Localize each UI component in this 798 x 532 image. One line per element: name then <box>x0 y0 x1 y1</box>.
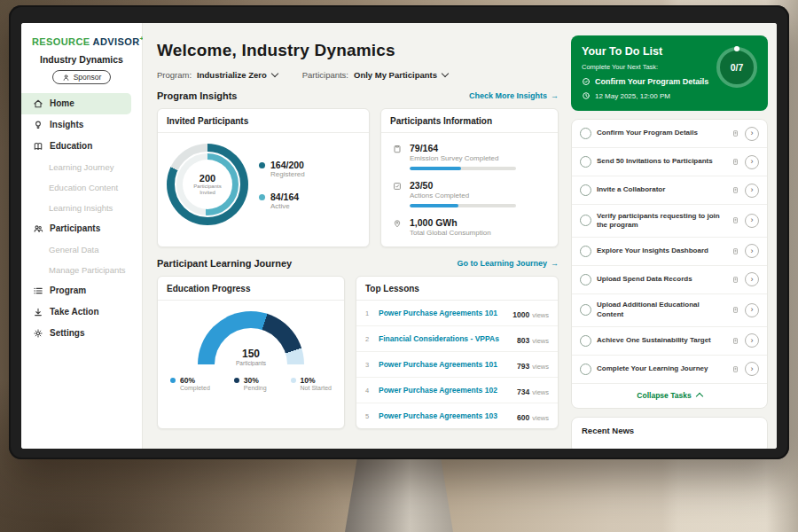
lesson-row-5[interactable]: 5 Power Purchase Agreements 103 600views <box>356 403 558 428</box>
sidebar-item-education[interactable]: Education <box>21 136 142 157</box>
sidebar-item-label: Participants <box>50 223 100 233</box>
task-label: Verify participants requesting to join t… <box>597 212 726 231</box>
lesson-views-label: views <box>532 311 549 319</box>
sidebar-item-settings[interactable]: Settings <box>21 323 142 344</box>
task-radio-icon[interactable] <box>580 246 591 257</box>
lesson-row-3[interactable]: 3 Power Purchase Agreements 101 793views <box>356 352 558 378</box>
task-radio-icon[interactable] <box>580 304 591 316</box>
sidebar-item-program[interactable]: Program <box>21 280 142 301</box>
registered-dot-icon <box>259 162 265 168</box>
sidebar-item-general-data[interactable]: General Data <box>21 239 142 260</box>
todo-progress-ring: 0/7 <box>716 47 757 88</box>
invited-card-title: Invited Participants <box>158 109 369 133</box>
photo-background: RESOURCE ADVISOR+ Industry Dynamics Spon… <box>0 0 798 532</box>
todo-summary-card: Your To Do List Complete Your Next Task:… <box>571 35 768 111</box>
task-radio-icon[interactable] <box>580 128 591 139</box>
sidebar-item-label: Learning Insights <box>49 203 113 213</box>
brand-primary: RESOURCE <box>32 36 90 47</box>
task-open-chevron[interactable]: › <box>745 244 759 258</box>
task-radio-icon[interactable] <box>580 184 591 196</box>
gauge-legend: 60% Completed 30% Pending <box>168 376 333 391</box>
invited-participants-card: Invited Participants 200 Participants In… <box>157 108 370 247</box>
task-open-chevron[interactable]: › <box>745 272 759 286</box>
task-radio-icon[interactable] <box>580 156 591 168</box>
todo-progress-value: 0/7 <box>731 62 744 73</box>
lesson-rank: 5 <box>365 412 372 420</box>
task-row-upload-spend-data[interactable]: Upload Spend Data Records › <box>572 266 767 294</box>
sidebar-item-learning-journey[interactable]: Learning Journey <box>21 157 142 177</box>
lesson-link[interactable]: Financial Considerations - VPPAs <box>379 334 511 343</box>
task-radio-icon[interactable] <box>580 335 591 347</box>
task-row-send-invitations[interactable]: Send 50 Invitations to Participants › <box>572 148 767 176</box>
check-more-insights-link[interactable]: Check More Insights → <box>469 91 559 100</box>
lesson-link[interactable]: Power Purchase Agreements 101 <box>379 360 511 369</box>
sidebar-item-participants[interactable]: Participants <box>21 218 142 239</box>
book-icon <box>33 141 43 152</box>
task-open-chevron[interactable]: › <box>745 214 759 228</box>
lesson-row-1[interactable]: 1 Power Purchase Agreements 101 1000view… <box>356 301 558 326</box>
participants-information-card: Participants Information 79/164 Emission… <box>380 108 559 247</box>
task-row-confirm-program[interactable]: Confirm Your Program Details › <box>572 120 767 148</box>
sidebar-item-insights[interactable]: Insights <box>21 114 142 136</box>
completed-value: 60% <box>180 376 210 385</box>
page-title: Welcome, Industry Dynamics <box>157 41 559 60</box>
task-row-achieve-target[interactable]: Achieve One Sustainability Target › <box>572 327 767 356</box>
sidebar-item-label: Take Action <box>50 307 99 317</box>
sidebar-item-label: Insights <box>50 120 83 129</box>
check-circle-icon <box>582 77 591 86</box>
sponsor-badge[interactable]: Sponsor <box>52 70 112 84</box>
participants-filter-select[interactable]: Only My Participants <box>354 70 448 80</box>
task-radio-icon[interactable] <box>580 274 591 286</box>
donut-center-label: Participants Invited <box>188 184 227 196</box>
registered-value: 164/200 <box>270 160 305 170</box>
lesson-link[interactable]: Power Purchase Agreements 101 <box>379 309 506 317</box>
task-open-chevron[interactable]: › <box>745 184 759 198</box>
org-name: Industry Dynamics <box>21 54 142 65</box>
recent-news-card[interactable]: Recent News <box>571 417 768 449</box>
task-row-explore-insights[interactable]: Explore Your Insights Dashboard › <box>572 238 767 266</box>
task-row-invite-collaborator[interactable]: Invite a Collaborator › <box>572 176 767 205</box>
check-more-insights-label: Check More Insights <box>469 91 547 100</box>
program-filter-select[interactable]: Industrialize Zero <box>197 70 278 80</box>
sidebar-item-home[interactable]: Home <box>21 93 131 114</box>
task-row-complete-learning-journey[interactable]: Complete Your Learning Journey › <box>572 356 767 384</box>
lesson-row-4[interactable]: 4 Power Purchase Agreements 102 734views <box>356 378 558 403</box>
task-doc-icon <box>732 129 739 137</box>
sidebar-item-label: Program <box>50 286 86 295</box>
clock-icon <box>582 91 591 100</box>
task-doc-icon <box>732 365 739 373</box>
task-row-verify-participants[interactable]: Verify participants requesting to join t… <box>572 205 767 238</box>
lesson-row-2[interactable]: 2 Financial Considerations - VPPAs 803vi… <box>356 326 558 352</box>
sidebar-item-take-action[interactable]: Take Action <box>21 301 142 323</box>
sidebar-item-manage-participants[interactable]: Manage Participants <box>21 260 142 280</box>
collapse-tasks-button[interactable]: Collapse Tasks <box>572 384 767 408</box>
education-progress-card: Education Progress 150 Participants <box>157 276 345 429</box>
task-row-upload-educational-content[interactable]: Upload Additional Educational Content › <box>572 294 767 327</box>
arrow-right-icon: → <box>551 259 559 268</box>
monitor-bezel: RESOURCE ADVISOR+ Industry Dynamics Spon… <box>9 5 789 459</box>
education-progress-gauge-chart: 150 Participants <box>198 311 304 366</box>
task-doc-icon <box>732 306 739 314</box>
registered-label: Registered <box>270 170 305 178</box>
task-label: Achieve One Sustainability Target <box>597 336 726 345</box>
sidebar-item-education-content[interactable]: Education Content <box>21 177 142 198</box>
download-icon <box>33 307 43 317</box>
lesson-views-count: 600 <box>517 413 529 422</box>
task-radio-icon[interactable] <box>580 215 591 226</box>
task-open-chevron[interactable]: › <box>745 333 759 348</box>
emission-survey-progress-fill <box>410 167 461 170</box>
task-label: Confirm Your Program Details <box>597 129 726 137</box>
sidebar-item-learning-insights[interactable]: Learning Insights <box>21 198 142 218</box>
task-open-chevron[interactable]: › <box>745 303 759 317</box>
task-open-chevron[interactable]: › <box>745 362 759 376</box>
sidebar-item-label: Manage Participants <box>49 265 126 275</box>
task-open-chevron[interactable]: › <box>745 127 759 141</box>
lesson-link[interactable]: Power Purchase Agreements 103 <box>379 411 511 420</box>
sidebar-item-label: Education <box>50 141 92 151</box>
lesson-link[interactable]: Power Purchase Agreements 102 <box>379 386 511 395</box>
checklist-icon <box>392 181 403 192</box>
task-open-chevron[interactable]: › <box>745 155 759 169</box>
go-to-learning-journey-link[interactable]: Go to Learning Journey → <box>457 259 559 268</box>
list-icon <box>33 286 43 296</box>
task-radio-icon[interactable] <box>580 364 591 375</box>
